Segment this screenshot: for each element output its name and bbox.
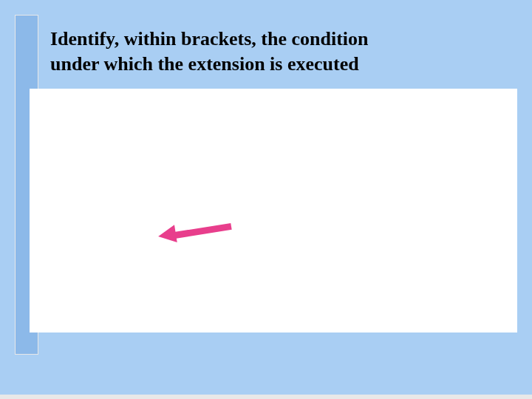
content-panel [30, 89, 517, 332]
arrow-annotation [154, 222, 235, 253]
slide-title-line2: under which the extension is executed [50, 53, 359, 75]
arrow-shaft [169, 223, 231, 239]
bottom-border [0, 395, 532, 399]
slide-title-line1: Identify, within brackets, the condition [50, 28, 369, 50]
